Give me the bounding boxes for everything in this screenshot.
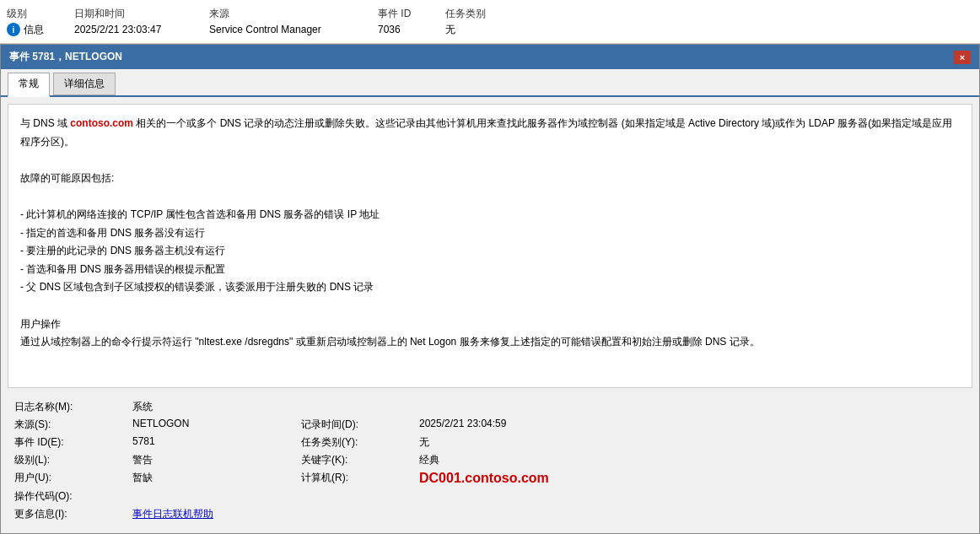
dialog-content: 与 DNS 域 contoso.com 相关的一个或多个 DNS 记录的动态注册… xyxy=(1,97,979,533)
info-icon: i xyxy=(7,23,20,36)
user-value: 暂缺 xyxy=(132,471,301,486)
event-dialog: 事件 5781，NETLOGON × 常规 详细信息 与 DNS 域 conto… xyxy=(0,44,980,534)
cell-level: i 信息 xyxy=(7,23,74,37)
event-data-row: i 信息 2025/2/21 23:03:47 Service Control … xyxy=(7,23,973,37)
event-list-row: 级别 日期和时间 来源 事件 ID 任务类别 i 信息 2025/2/21 23… xyxy=(0,0,980,44)
column-headers: 级别 日期和时间 来源 事件 ID 任务类别 xyxy=(7,7,973,23)
col-header-ly: 来源 xyxy=(209,7,378,21)
task-type-label: 任务类别(Y): xyxy=(301,435,419,450)
event-id-value: 5781 xyxy=(132,435,301,450)
level-detail-value: 警告 xyxy=(132,453,301,467)
log-name-label: 日志名称(M): xyxy=(14,400,132,414)
col-header-rwlb: 任务类别 xyxy=(445,7,513,21)
domain1: contoso.com xyxy=(70,117,133,129)
details-grid: 日志名称(M): 系统 来源(S): NETLOGON 记录时间(D): 202… xyxy=(14,400,966,521)
dialog-titlebar: 事件 5781，NETLOGON × xyxy=(1,45,979,69)
cell-event-id: 7036 xyxy=(378,24,445,35)
blank1 xyxy=(20,151,960,170)
level-value: 信息 xyxy=(24,23,44,37)
dialog-close-button[interactable]: × xyxy=(954,51,971,64)
dialog-title: 事件 5781，NETLOGON xyxy=(9,50,122,64)
record-time-label: 记录时间(D): xyxy=(301,418,419,432)
user-action-text: 通过从域控制器上的命令行提示符运行 "nltest.exe /dsregdns"… xyxy=(20,333,960,352)
source-label: 来源(S): xyxy=(14,418,132,432)
cell-task-type: 无 xyxy=(445,23,513,37)
reason3: - 要注册的此记录的 DNS 服务器主机没有运行 xyxy=(20,242,960,261)
dialog-tabs: 常规 详细信息 xyxy=(1,69,979,97)
blank3 xyxy=(20,297,960,316)
cell-source: Service Control Manager xyxy=(209,24,378,35)
record-time-value: 2025/2/21 23:04:59 xyxy=(419,418,672,432)
col-header-rq: 日期和时间 xyxy=(74,7,209,21)
tab-detail[interactable]: 详细信息 xyxy=(53,73,116,95)
message-box: 与 DNS 域 contoso.com 相关的一个或多个 DNS 记录的动态注册… xyxy=(8,104,972,388)
more-info-link[interactable]: 事件日志联机帮助 xyxy=(132,507,301,521)
source-value: NETLOGON xyxy=(132,418,301,432)
event-list-header: 级别 日期和时间 来源 事件 ID 任务类别 i 信息 2025/2/21 23… xyxy=(7,7,973,37)
reason4: - 首选和备用 DNS 服务器用错误的根提示配置 xyxy=(20,261,960,279)
log-name-value: 系统 xyxy=(132,400,301,414)
col-header-jb: 级别 xyxy=(7,7,74,21)
op-code-value xyxy=(132,489,301,504)
message-part1: 与 DNS 域 xyxy=(20,117,70,129)
cell-date: 2025/2/21 23:03:47 xyxy=(74,24,209,35)
computer-value: DC001.contoso.com xyxy=(419,471,672,486)
col-header-sjid: 事件 ID xyxy=(378,7,445,21)
message-line1: 与 DNS 域 contoso.com 相关的一个或多个 DNS 记录的动态注册… xyxy=(20,115,960,151)
tab-general[interactable]: 常规 xyxy=(8,73,50,97)
details-section: 日志名称(M): 系统 来源(S): NETLOGON 记录时间(D): 202… xyxy=(8,395,972,526)
reason5: - 父 DNS 区域包含到子区域授权的错误委派，该委派用于注册失败的 DNS 记… xyxy=(20,278,960,297)
user-action-label: 用户操作 xyxy=(20,316,960,334)
more-info-label: 更多信息(I): xyxy=(14,507,132,521)
blank2 xyxy=(20,187,960,206)
event-id-label: 事件 ID(E): xyxy=(14,435,132,450)
message-part2: 相关的一个或多个 DNS 记录的动态注册或删除失败。这些记录由其他计算机用来查找… xyxy=(20,117,952,148)
task-type-value: 无 xyxy=(419,435,672,450)
level-label: 级别(L): xyxy=(14,453,132,467)
reason1: - 此计算机的网络连接的 TCP/IP 属性包含首选和备用 DNS 服务器的错误… xyxy=(20,206,960,224)
cause-header: 故障的可能原因包括: xyxy=(20,170,960,188)
computer-label: 计算机(R): xyxy=(301,471,419,486)
keyword-label: 关键字(K): xyxy=(301,453,419,467)
user-label: 用户(U): xyxy=(14,471,132,486)
keyword-value: 经典 xyxy=(419,453,672,467)
reason2: - 指定的首选和备用 DNS 服务器没有运行 xyxy=(20,224,960,243)
op-code-label: 操作代码(O): xyxy=(14,489,132,504)
